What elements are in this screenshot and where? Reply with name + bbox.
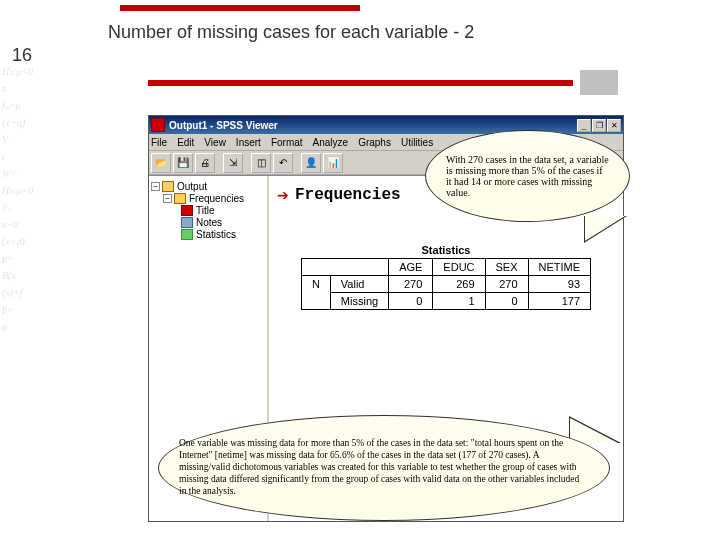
rowgroup-n: N: [301, 276, 330, 293]
tree-output[interactable]: Output: [177, 181, 207, 192]
col-age: AGE: [389, 259, 433, 276]
decoration-bar-top: [120, 5, 360, 11]
cell: 1: [433, 293, 485, 310]
cell: 270: [485, 276, 528, 293]
close-button[interactable]: ✕: [607, 119, 621, 132]
callout-tail: [585, 216, 625, 241]
menu-insert[interactable]: Insert: [236, 137, 261, 148]
row-missing: Missing: [330, 293, 388, 310]
decoration-grey-box: [580, 70, 618, 95]
table-header-row: AGE EDUC SEX NETIME: [301, 259, 590, 276]
cell: 0: [389, 293, 433, 310]
arrow-icon: ➔: [277, 187, 289, 203]
notes-icon: [181, 217, 193, 228]
app-icon: [151, 118, 165, 132]
cell: 177: [528, 293, 591, 310]
stats-icon: [181, 229, 193, 240]
maximize-button[interactable]: ❐: [592, 119, 606, 132]
table-row: Missing 0 1 0 177: [301, 293, 590, 310]
row-valid: Valid: [330, 276, 388, 293]
goto-icon[interactable]: 👤: [301, 153, 321, 173]
chart-icon[interactable]: 📊: [323, 153, 343, 173]
undo-icon[interactable]: ↶: [273, 153, 293, 173]
statistics-table: AGE EDUC SEX NETIME N Valid 270 269 270 …: [301, 258, 591, 310]
tree-notes[interactable]: Notes: [196, 217, 222, 228]
minimize-button[interactable]: _: [577, 119, 591, 132]
col-educ: EDUC: [433, 259, 485, 276]
open-icon[interactable]: 📂: [151, 153, 171, 173]
decoration-bar-mid: [148, 80, 573, 86]
page-number: 16: [12, 45, 32, 66]
output-icon: [162, 181, 174, 192]
tree-statistics[interactable]: Statistics: [196, 229, 236, 240]
book-icon: [174, 193, 186, 204]
cell: 270: [389, 276, 433, 293]
save-icon[interactable]: 💾: [173, 153, 193, 173]
title-icon: [181, 205, 193, 216]
slide-title: Number of missing cases for each variabl…: [108, 22, 474, 43]
callout-bottom: One variable was missing data for more t…: [158, 415, 610, 521]
menu-view[interactable]: View: [204, 137, 226, 148]
menu-graphs[interactable]: Graphs: [358, 137, 391, 148]
cell: 93: [528, 276, 591, 293]
menu-analyze[interactable]: Analyze: [313, 137, 349, 148]
callout-top: With 270 cases in the data set, a variab…: [425, 130, 630, 222]
menu-file[interactable]: File: [151, 137, 167, 148]
table-row: N Valid 270 269 270 93: [301, 276, 590, 293]
background-formulas: H₁:μ<0sfₐ=μ (1−q)Vt W=H₀:μ=0∂ₓ x−n(x=d)μ…: [0, 60, 75, 480]
cell: 0: [485, 293, 528, 310]
col-sex: SEX: [485, 259, 528, 276]
export-icon[interactable]: ⇲: [223, 153, 243, 173]
menu-edit[interactable]: Edit: [177, 137, 194, 148]
tree-frequencies[interactable]: Frequencies: [189, 193, 244, 204]
dialog-icon[interactable]: ◫: [251, 153, 271, 173]
menu-format[interactable]: Format: [271, 137, 303, 148]
table-caption: Statistics: [277, 244, 615, 256]
cell: 269: [433, 276, 485, 293]
menu-utilities[interactable]: Utilities: [401, 137, 433, 148]
print-icon[interactable]: 🖨: [195, 153, 215, 173]
collapse-icon[interactable]: −: [151, 182, 160, 191]
tree-title[interactable]: Title: [196, 205, 215, 216]
frequencies-heading: Frequencies: [295, 186, 401, 204]
col-netime: NETIME: [528, 259, 591, 276]
collapse-icon[interactable]: −: [163, 194, 172, 203]
window-title: Output1 - SPSS Viewer: [169, 120, 576, 131]
